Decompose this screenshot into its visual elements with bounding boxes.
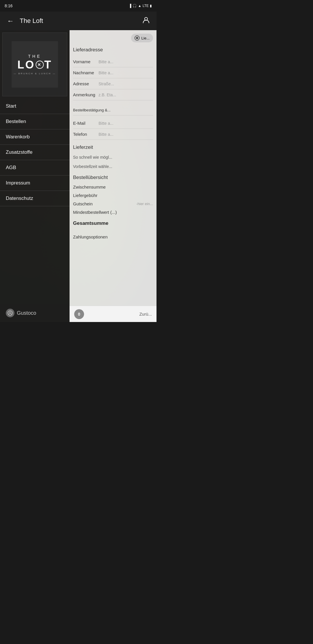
logo-ft: T [44,59,52,71]
menu-item-agb[interactable]: AGB [0,160,70,176]
nachname-placeholder[interactable]: Bitte a... [96,70,153,75]
mindestbestellwert-row: Mindestbestellwert (...) [73,208,153,216]
delivery-option-vorbestell[interactable]: Vorbestellzeit wähle... [73,162,153,171]
email-input[interactable]: Bitte a... [96,121,153,126]
gutschein-value[interactable]: -hier ein... [136,202,153,206]
back-icon: ← [7,17,14,25]
status-time: 8:16 [5,3,12,8]
nachname-label: Nachname [73,70,96,75]
logo-x-icon: ✕ [36,61,44,69]
gutschein-label: Gutschein [73,201,93,206]
delivery-option-schnell[interactable]: So schnell wie mögl... [73,153,153,162]
schnell-label: So schnell wie mögl... [73,155,112,160]
telefon-row: Telefon Bitte a... [73,129,153,140]
gesamtsumme-row: Gesamtsumme [73,219,153,228]
delivery-toggle[interactable]: Lie... [73,34,153,42]
vorname-row: Vorname Bitte a... [73,56,153,67]
gutschein-row: Gutschein -hier ein... [73,200,153,208]
bottom-bar: 0 Zurü... [70,306,156,322]
menu-item-bestellen[interactable]: Bestellen [0,114,70,129]
main-content: THE LO ✕ T — BRUNCH & LUNCH — Start Best… [0,30,156,322]
lte-label: LTE [143,4,149,8]
navigation-drawer: THE LO ✕ T — BRUNCH & LUNCH — Start Best… [0,30,70,322]
gustoco-label: Gustoco [17,310,36,316]
logo-lo: LO [17,59,35,71]
telefon-input[interactable]: Bitte a... [96,132,153,137]
vorname-label: Vorname [73,59,96,64]
nachname-row: Nachname Bitte a... [73,67,153,78]
svg-point-2 [9,312,11,313]
menu-item-start[interactable]: Start [0,99,70,114]
adresse-placeholder[interactable]: Straße... [96,82,153,86]
menu-item-impressum[interactable]: Impressum [0,176,70,191]
zwischensumme-label: Zwischensumme [73,184,106,189]
menu-item-warenkorb[interactable]: Warenkorb [0,129,70,145]
vorname-placeholder[interactable]: Bitte a... [96,59,153,64]
anmerkung-row: Anmerkung z.B. Eta... [73,89,153,100]
email-row: E-Mail Bitte a... [73,118,153,129]
liefergebühr-label: Liefergebühr [73,193,97,198]
gustoco-icon [6,309,14,317]
logo-the: THE [28,54,41,59]
lieferadresse-title: Lieferadresse [73,47,153,53]
liefergebühr-row: Liefergebühr [73,191,153,200]
zahlungsoptionen-row: Zahlungsoptionen [73,233,153,241]
delivery-radio [134,35,140,41]
mindestbestellwert-label: Mindestbestellwert (...) [73,210,117,215]
wifi-icon: ▲ [138,4,141,8]
menu-item-datenschutz[interactable]: Datenschutz [0,191,70,206]
adresse-label: Adresse [73,81,96,86]
zuruck-button[interactable]: Zurü... [139,312,152,316]
logo-loft: LO ✕ T [17,59,52,71]
bestellbestatigung-label: Bestellbestätigung &... [73,108,110,112]
bestellubersicht-title: Bestellübersicht [73,175,153,180]
signal-icon: ▐ [129,4,131,8]
menu-item-zusatzstoffe[interactable]: Zusatzstoffe [0,145,70,160]
profile-icon [142,16,150,26]
zwischensumme-row: Zwischensumme [73,183,153,191]
form-panel: Lie... Lieferadresse Vorname Bitte a... … [70,30,156,322]
cart-badge[interactable]: 0 [74,309,84,319]
gesamtsumme-label: Gesamtsumme [73,220,108,226]
zahlungsoptionen-label: Zahlungsoptionen [73,234,108,239]
back-button[interactable]: ← [5,15,16,27]
status-icons: ▐ 🎧 ▲ LTE ▮ [129,4,152,8]
lieferzeit-title: Lieferzeit [73,144,153,150]
anmerkung-placeholder[interactable]: z.B. Eta... [96,93,153,97]
battery-icon: ▮ [150,4,152,8]
status-bar: 8:16 ▐ 🎧 ▲ LTE ▮ [0,0,156,12]
anmerkung-label: Anmerkung [73,92,96,97]
email-label: E-Mail [73,121,96,126]
vorbestell-label: Vorbestellzeit wähle... [73,164,112,169]
adresse-row: Adresse Straße... [73,78,153,89]
menu-list: Start Bestellen Warenkorb Zusatzstoffe A… [0,99,70,304]
delivery-toggle-label: Lie... [141,36,150,40]
top-bar: ← The Loft [0,12,156,30]
page-title: The Loft [16,17,140,25]
bestellbestatigung-row: Bestellbestätigung &... [73,105,153,115]
cart-count: 0 [78,312,80,316]
profile-button[interactable] [140,15,152,27]
telefon-label: Telefon [73,132,96,137]
logo-box: THE LO ✕ T — BRUNCH & LUNCH — [12,41,58,88]
logo-brunch: — BRUNCH & LUNCH — [14,72,56,75]
headphone-icon: 🎧 [132,4,137,8]
gustoco-branding: Gustoco [0,304,70,322]
logo-area: THE LO ✕ T — BRUNCH & LUNCH — [2,32,67,96]
